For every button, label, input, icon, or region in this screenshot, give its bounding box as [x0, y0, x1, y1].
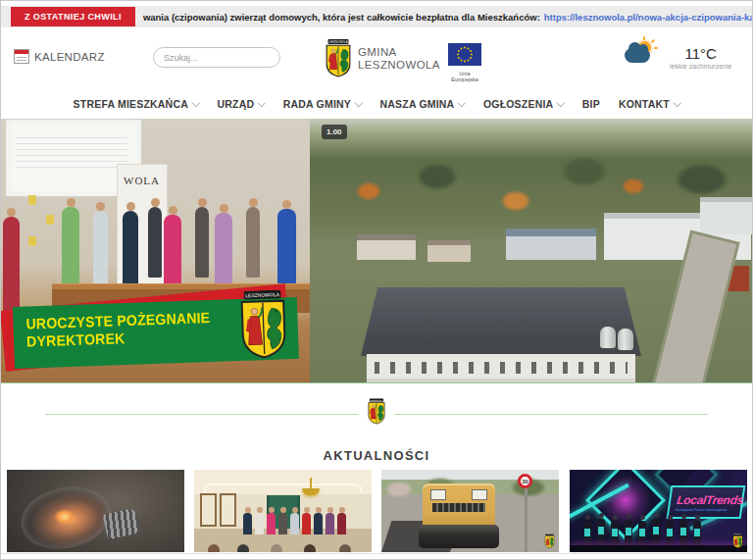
houses: [427, 240, 471, 262]
speed-limit-sign: 30: [518, 474, 532, 488]
news-card-localtrends[interactable]: LocalTrends Europejskie Forum Samorządow…: [570, 470, 747, 552]
coat-of-arms-watermark: [544, 534, 555, 548]
calendar-icon: [14, 49, 29, 64]
breaking-news-bar: Z OSTATNIEJ CHWILI wania (czipowania) zw…: [1, 6, 752, 27]
wall-decor: [28, 195, 36, 205]
nav-item-ogloszenia[interactable]: OGŁOSZENIA: [483, 98, 564, 110]
hero-video-aerial[interactable]: 1.00: [310, 119, 753, 382]
nav-item-strefa-mieszkanca[interactable]: STREFA MIESZKAŃCA: [74, 98, 199, 110]
industrial-building: [700, 197, 753, 234]
eu-flag-icon: [448, 43, 481, 66]
building: [506, 229, 596, 260]
tree-line: [310, 132, 753, 221]
person: [195, 207, 209, 278]
nav-item-bip[interactable]: BIP: [582, 98, 600, 110]
person: [123, 211, 138, 293]
chevron-down-icon: [557, 99, 565, 107]
nav-item-urzad[interactable]: URZĄD: [217, 98, 264, 110]
chandelier: [310, 478, 312, 489]
person: [148, 207, 162, 278]
calendar-label: KALENDARZ: [34, 51, 105, 63]
search-input[interactable]: [154, 53, 278, 63]
localtrends-subtitle: Europejskie Forum Samorządowe: [676, 508, 741, 512]
viewport-bottom-edge: [1, 553, 752, 554]
weather-description: lekkie zachmurzenie: [670, 63, 731, 70]
chevron-down-icon: [192, 99, 200, 107]
news-section-title: AKTUALNOŚCI: [1, 448, 752, 463]
logo-line-1: GMINA: [358, 46, 440, 59]
page: LESZNOWOLA Z OSTATNIEJ CHWILI wania (czi…: [0, 0, 753, 560]
person: [93, 211, 108, 293]
localtrends-logo-panel: LocalTrends Europejskie Forum Samorządow…: [667, 485, 746, 519]
chevron-down-icon: [674, 99, 681, 107]
silo: [600, 327, 616, 348]
nav-item-nasza-gmina[interactable]: NASZA GMINA: [380, 98, 465, 110]
search-box: [153, 47, 280, 68]
eu-flag-caption: Unia Europejska: [447, 71, 482, 82]
coat-of-arms-watermark: [732, 534, 743, 548]
eu-flag-link[interactable]: Unia Europejska: [447, 43, 482, 82]
logo-line-2: LESZNOWOLA: [358, 59, 440, 72]
news-card-meeting[interactable]: [194, 470, 372, 552]
nav-item-rada-gminy[interactable]: RADA GMINY: [283, 98, 362, 110]
site-logo[interactable]: GMINA LESZNOWOLA: [325, 39, 440, 77]
hero-section: WOLA UROCZYSTE POŻEGNANIE DYREKTOREK: [1, 119, 753, 383]
chevron-down-icon: [458, 99, 466, 107]
chevron-down-icon: [355, 99, 363, 107]
ticker-link[interactable]: https://lesznowola.pl/nowa-akcja-czipowa…: [544, 12, 752, 23]
coat-of-arms-icon: [237, 289, 288, 360]
site-header: KALENDARZ GMINA LESZNOWOLA: [1, 27, 752, 90]
weather-temperature: 11°C: [670, 45, 731, 62]
news-card-lightbulb[interactable]: [7, 470, 184, 552]
calendar-link[interactable]: KALENDARZ: [14, 49, 105, 64]
site-logo-text: GMINA LESZNOWOLA: [358, 46, 440, 71]
ticker-text: wania (czipowania) zwierząt domowych, kt…: [143, 12, 540, 23]
localtrends-title: LocalTrends: [676, 493, 742, 507]
breaking-news-badge: Z OSTATNIEJ CHWILI: [11, 7, 135, 26]
coat-of-arms-icon: [325, 39, 352, 77]
coat-of-arms-icon: [368, 398, 386, 425]
nav-item-kontakt[interactable]: KONTAKT: [619, 98, 679, 110]
video-speed-badge: 1.00: [322, 125, 347, 139]
partly-cloudy-icon: [623, 39, 662, 75]
slide-title-banner: UROCZYSTE POŻEGNANIE DYREKTOREK: [13, 297, 299, 369]
weather-widget: 11°C lekkie zachmurzenie: [623, 39, 731, 75]
backdrop-text: WOLA: [124, 175, 167, 186]
silo: [618, 329, 633, 350]
main-nav: STREFA MIESZKAŃCA URZĄD RADA GMINY NASZA…: [1, 90, 752, 118]
school-wall: [367, 354, 635, 382]
slide-title: UROCZYSTE POŻEGNANIE DYREKTOREK: [25, 309, 211, 350]
houses: [357, 234, 416, 260]
news-card-roadworks[interactable]: 30: [381, 470, 559, 552]
hero-slide-farewell[interactable]: WOLA UROCZYSTE POŻEGNANIE DYREKTOREK: [1, 119, 310, 382]
chevron-down-icon: [258, 99, 266, 107]
person: [246, 207, 260, 278]
divider-crest: [359, 398, 395, 429]
